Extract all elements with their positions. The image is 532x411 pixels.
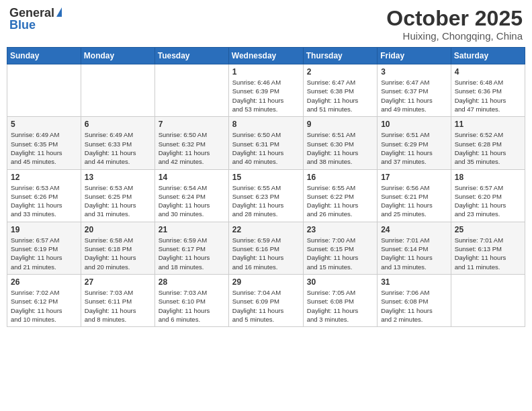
- day-number: 26: [11, 277, 77, 287]
- month-title: October 2025: [386, 7, 523, 30]
- calendar-week-row: 26Sunrise: 7:02 AMSunset: 6:12 PMDayligh…: [7, 274, 525, 326]
- day-number: 15: [232, 173, 300, 182]
- calendar-cell: 16Sunrise: 6:55 AMSunset: 6:22 PMDayligh…: [303, 169, 377, 222]
- day-info: Sunrise: 6:58 AMSunset: 6:18 PMDaylight:…: [85, 236, 151, 271]
- calendar-cell: 2Sunrise: 6:47 AMSunset: 6:38 PMDaylight…: [303, 64, 377, 117]
- day-info: Sunrise: 6:53 AMSunset: 6:26 PMDaylight:…: [11, 183, 77, 219]
- weekday-header: Tuesday: [154, 48, 228, 64]
- calendar-cell: 17Sunrise: 6:56 AMSunset: 6:21 PMDayligh…: [378, 169, 451, 222]
- calendar-cell: 21Sunrise: 6:59 AMSunset: 6:17 PMDayligh…: [154, 222, 228, 274]
- day-info: Sunrise: 6:46 AMSunset: 6:39 PMDaylight:…: [232, 78, 300, 113]
- calendar-cell: 28Sunrise: 7:03 AMSunset: 6:10 PMDayligh…: [154, 274, 228, 326]
- page-header: General Blue October 2025 Huixing, Chong…: [7, 7, 525, 42]
- location-text: Huixing, Chongqing, China: [386, 30, 523, 42]
- day-info: Sunrise: 7:02 AMSunset: 6:12 PMDaylight:…: [11, 288, 77, 324]
- day-info: Sunrise: 7:06 AMSunset: 6:08 PMDaylight:…: [381, 288, 447, 324]
- day-number: 4: [455, 67, 521, 77]
- day-info: Sunrise: 6:51 AMSunset: 6:29 PMDaylight:…: [381, 130, 447, 166]
- day-info: Sunrise: 6:56 AMSunset: 6:21 PMDaylight:…: [381, 183, 447, 219]
- title-block: October 2025 Huixing, Chongqing, China: [386, 7, 523, 42]
- day-info: Sunrise: 6:54 AMSunset: 6:24 PMDaylight:…: [159, 183, 225, 219]
- calendar-week-row: 5Sunrise: 6:49 AMSunset: 6:35 PMDaylight…: [7, 117, 525, 169]
- day-info: Sunrise: 6:57 AMSunset: 6:20 PMDaylight:…: [455, 183, 521, 219]
- calendar-cell: 5Sunrise: 6:49 AMSunset: 6:35 PMDaylight…: [7, 117, 81, 169]
- day-number: 11: [455, 120, 521, 129]
- day-number: 23: [307, 225, 373, 234]
- calendar-cell: 13Sunrise: 6:53 AMSunset: 6:25 PMDayligh…: [81, 169, 154, 222]
- day-number: 16: [307, 173, 373, 182]
- day-info: Sunrise: 6:47 AMSunset: 6:37 PMDaylight:…: [381, 78, 447, 113]
- day-number: 19: [11, 225, 77, 234]
- day-number: 30: [307, 277, 373, 287]
- calendar-cell: 11Sunrise: 6:52 AMSunset: 6:28 PMDayligh…: [451, 117, 525, 169]
- weekday-header: Sunday: [7, 48, 81, 64]
- day-info: Sunrise: 6:59 AMSunset: 6:16 PMDaylight:…: [232, 236, 300, 271]
- day-number: 25: [455, 225, 521, 234]
- calendar-cell: 8Sunrise: 6:50 AMSunset: 6:31 PMDaylight…: [228, 117, 303, 169]
- day-number: 12: [11, 173, 77, 182]
- day-number: 18: [455, 173, 521, 182]
- day-info: Sunrise: 7:03 AMSunset: 6:11 PMDaylight:…: [85, 288, 151, 324]
- calendar-cell: 10Sunrise: 6:51 AMSunset: 6:29 PMDayligh…: [378, 117, 451, 169]
- day-info: Sunrise: 6:49 AMSunset: 6:35 PMDaylight:…: [11, 130, 77, 166]
- day-info: Sunrise: 6:50 AMSunset: 6:31 PMDaylight:…: [232, 130, 300, 166]
- day-number: 13: [85, 173, 151, 182]
- calendar-cell: 6Sunrise: 6:49 AMSunset: 6:33 PMDaylight…: [81, 117, 154, 169]
- calendar-cell: 22Sunrise: 6:59 AMSunset: 6:16 PMDayligh…: [228, 222, 303, 274]
- day-info: Sunrise: 6:57 AMSunset: 6:19 PMDaylight:…: [11, 236, 77, 271]
- calendar-cell: 12Sunrise: 6:53 AMSunset: 6:26 PMDayligh…: [7, 169, 81, 222]
- day-info: Sunrise: 6:49 AMSunset: 6:33 PMDaylight:…: [85, 130, 151, 166]
- day-info: Sunrise: 7:03 AMSunset: 6:10 PMDaylight:…: [159, 288, 225, 324]
- day-info: Sunrise: 6:52 AMSunset: 6:28 PMDaylight:…: [455, 130, 521, 166]
- day-number: 7: [159, 120, 225, 129]
- calendar-cell: 1Sunrise: 6:46 AMSunset: 6:39 PMDaylight…: [228, 64, 303, 117]
- calendar-cell: 19Sunrise: 6:57 AMSunset: 6:19 PMDayligh…: [7, 222, 81, 274]
- logo-blue-text: Blue: [9, 19, 36, 31]
- logo-triangle-icon: [56, 7, 62, 17]
- day-info: Sunrise: 7:05 AMSunset: 6:08 PMDaylight:…: [307, 288, 373, 324]
- day-number: 21: [159, 225, 225, 234]
- weekday-header: Wednesday: [228, 48, 303, 64]
- day-number: 28: [159, 277, 225, 287]
- calendar-cell: [7, 64, 81, 117]
- day-info: Sunrise: 6:50 AMSunset: 6:32 PMDaylight:…: [159, 130, 225, 166]
- day-number: 2: [307, 67, 373, 77]
- weekday-header-row: SundayMondayTuesdayWednesdayThursdayFrid…: [7, 48, 525, 64]
- day-info: Sunrise: 7:04 AMSunset: 6:09 PMDaylight:…: [232, 288, 300, 324]
- day-number: 17: [381, 173, 447, 182]
- calendar-cell: 30Sunrise: 7:05 AMSunset: 6:08 PMDayligh…: [303, 274, 377, 326]
- calendar-cell: [81, 64, 154, 117]
- calendar-week-row: 12Sunrise: 6:53 AMSunset: 6:26 PMDayligh…: [7, 169, 525, 222]
- day-info: Sunrise: 7:01 AMSunset: 6:14 PMDaylight:…: [381, 236, 447, 271]
- weekday-header: Saturday: [451, 48, 525, 64]
- day-number: 14: [159, 173, 225, 182]
- day-info: Sunrise: 6:55 AMSunset: 6:22 PMDaylight:…: [307, 183, 373, 219]
- calendar-cell: 20Sunrise: 6:58 AMSunset: 6:18 PMDayligh…: [81, 222, 154, 274]
- day-number: 31: [381, 277, 447, 287]
- day-number: 8: [232, 120, 300, 129]
- day-number: 29: [232, 277, 300, 287]
- day-info: Sunrise: 6:47 AMSunset: 6:38 PMDaylight:…: [307, 78, 373, 113]
- calendar-cell: [154, 64, 228, 117]
- calendar-week-row: 19Sunrise: 6:57 AMSunset: 6:19 PMDayligh…: [7, 222, 525, 274]
- calendar-cell: 23Sunrise: 7:00 AMSunset: 6:15 PMDayligh…: [303, 222, 377, 274]
- day-number: 5: [11, 120, 77, 129]
- calendar-table: SundayMondayTuesdayWednesdayThursdayFrid…: [7, 47, 525, 327]
- calendar-cell: 29Sunrise: 7:04 AMSunset: 6:09 PMDayligh…: [228, 274, 303, 326]
- logo: General Blue: [9, 7, 62, 31]
- calendar-cell: 7Sunrise: 6:50 AMSunset: 6:32 PMDaylight…: [154, 117, 228, 169]
- day-info: Sunrise: 7:00 AMSunset: 6:15 PMDaylight:…: [307, 236, 373, 271]
- day-info: Sunrise: 6:51 AMSunset: 6:30 PMDaylight:…: [307, 130, 373, 166]
- day-info: Sunrise: 6:59 AMSunset: 6:17 PMDaylight:…: [159, 236, 225, 271]
- calendar-cell: [451, 274, 525, 326]
- calendar-week-row: 1Sunrise: 6:46 AMSunset: 6:39 PMDaylight…: [7, 64, 525, 117]
- day-info: Sunrise: 6:53 AMSunset: 6:25 PMDaylight:…: [85, 183, 151, 219]
- calendar-cell: 15Sunrise: 6:55 AMSunset: 6:23 PMDayligh…: [228, 169, 303, 222]
- weekday-header: Friday: [378, 48, 451, 64]
- calendar-cell: 18Sunrise: 6:57 AMSunset: 6:20 PMDayligh…: [451, 169, 525, 222]
- day-number: 24: [381, 225, 447, 234]
- calendar-cell: 31Sunrise: 7:06 AMSunset: 6:08 PMDayligh…: [378, 274, 451, 326]
- day-number: 6: [85, 120, 151, 129]
- calendar-cell: 4Sunrise: 6:48 AMSunset: 6:36 PMDaylight…: [451, 64, 525, 117]
- day-number: 22: [232, 225, 300, 234]
